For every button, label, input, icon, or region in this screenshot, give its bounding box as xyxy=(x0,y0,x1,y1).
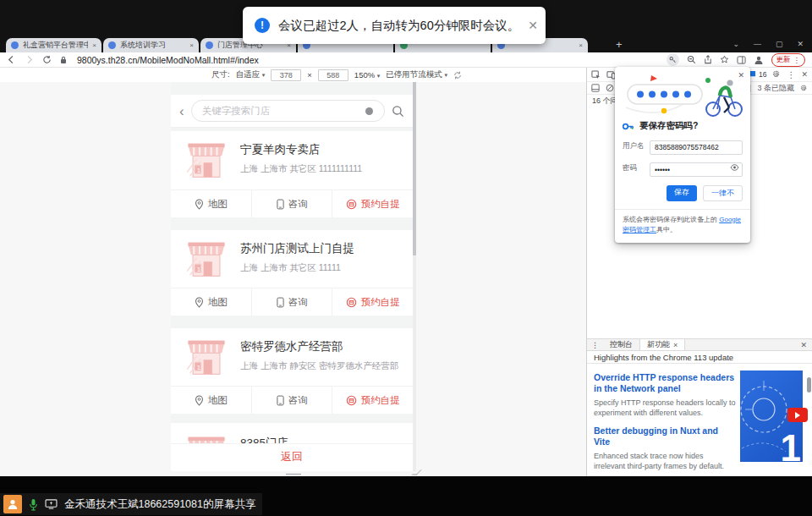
bookmark-star-icon[interactable] xyxy=(720,55,729,64)
tab-label: 系统培训学习 xyxy=(120,40,185,51)
url-text[interactable]: 9800ys.th28.cn/MobileModNoMall.html#/ind… xyxy=(77,55,259,65)
clear-console-icon[interactable] xyxy=(606,84,614,92)
side-panel-icon[interactable] xyxy=(737,56,746,64)
chrome-update-button[interactable]: 更新 ⋮ xyxy=(771,53,806,67)
store-name: 苏州门店测试上门自提 xyxy=(240,241,354,256)
toolbar-right: 更新 ⋮ xyxy=(667,53,806,67)
consult-button[interactable]: 咨询 xyxy=(251,387,332,414)
microphone-icon[interactable] xyxy=(29,498,38,511)
store-address: 上海 上海市 其它区 11111 xyxy=(240,262,341,274)
pickup-icon xyxy=(346,199,357,210)
devtools-more-icon[interactable]: ⋮ xyxy=(787,70,795,80)
toast-close-icon[interactable]: ✕ xyxy=(528,19,538,32)
map-button[interactable]: 地图 xyxy=(171,288,251,316)
zoom-dropdown[interactable]: 150% ▾ xyxy=(354,70,380,80)
devtools-drawer: ⋮ 控制台 新功能 × ✕ Highlights from the Chrome… xyxy=(587,338,812,476)
dimensions-mode-dropdown[interactable]: 自适应 ▾ xyxy=(236,69,266,80)
window-close-icon[interactable]: ✕ xyxy=(797,40,804,48)
whatsnew-header: Highlights from the Chrome 113 update xyxy=(587,351,812,364)
never-button[interactable]: 一律不 xyxy=(703,185,743,201)
tab-close-icon[interactable]: × xyxy=(673,341,678,349)
search-dot-indicator xyxy=(365,107,373,115)
pickup-button[interactable]: 预约自提 xyxy=(332,190,413,217)
store-card[interactable]: 1 宁夏羊肉专卖店 上海 上海市 其它区 1111111111 地图 咨询 预约… xyxy=(171,131,413,217)
dialog-footer-text: 系统会将密码保存到此设备上的 Google 密码管理工具中。 xyxy=(623,215,743,235)
map-button[interactable]: 地图 xyxy=(171,190,251,217)
svg-text:1: 1 xyxy=(197,364,201,371)
svg-text:1: 1 xyxy=(197,167,201,174)
throttle-dropdown[interactable]: 已停用节流模式 ▾ xyxy=(386,69,447,80)
window-controls: ⌄ — ▢ ✕ xyxy=(732,40,804,48)
meeting-toast: ! 会议已超过2人，自动转为60分钟限时会议。 ✕ xyxy=(243,7,546,44)
drawer-more-icon[interactable]: ⋮ xyxy=(587,341,603,349)
map-button[interactable]: 地图 xyxy=(171,387,251,414)
whatsnew-link-2[interactable]: Better debugging in Nuxt and Vite xyxy=(594,425,736,447)
tab-close-icon[interactable]: × xyxy=(189,41,194,49)
lock-icon[interactable] xyxy=(60,56,67,64)
consult-button[interactable]: 咨询 xyxy=(251,190,332,217)
window-minimize-icon[interactable]: — xyxy=(754,40,761,48)
console-settings-icon[interactable] xyxy=(800,85,808,92)
tab-close-icon[interactable]: × xyxy=(579,41,583,49)
viewport-height-input[interactable] xyxy=(318,69,348,81)
console-drawer-icon[interactable] xyxy=(591,84,600,92)
scrollbar-thumb[interactable] xyxy=(413,82,416,255)
new-tab-button[interactable]: + xyxy=(616,39,623,50)
google-key-icon xyxy=(623,123,634,130)
password-field[interactable] xyxy=(650,162,743,177)
store-icon: 1 xyxy=(183,239,230,281)
tab-close-icon[interactable]: × xyxy=(92,41,96,49)
rotate-icon[interactable] xyxy=(453,71,462,80)
window-menu-icon[interactable]: ⌄ xyxy=(732,40,739,48)
show-password-eye-icon[interactable] xyxy=(730,164,739,171)
tab-favicon xyxy=(108,41,116,49)
back-chevron-icon[interactable]: ‹ xyxy=(179,104,184,118)
store-card[interactable]: 1 苏州门店测试上门自提 上海 上海市 其它区 11111 地图 咨询 预约自提 xyxy=(171,230,413,316)
drawer-close-icon[interactable]: ✕ xyxy=(800,341,812,349)
desktop-footer: 金禾通技术王斌18662591081的屏幕共享 xyxy=(0,476,812,516)
hidden-messages-label: 3 条已隐藏 xyxy=(757,83,794,94)
tab-whats-new[interactable]: 新功能 × xyxy=(639,339,685,350)
back-button[interactable]: 返回 xyxy=(171,444,413,469)
inspect-element-icon[interactable] xyxy=(591,70,601,80)
window-maximize-icon[interactable]: ▢ xyxy=(776,40,783,48)
search-icon[interactable] xyxy=(392,105,404,118)
phone-scrollbar[interactable] xyxy=(413,82,416,471)
participant-avatar[interactable] xyxy=(3,495,22,513)
back-icon[interactable] xyxy=(7,55,16,64)
forward-icon[interactable] xyxy=(25,55,34,64)
screen-share-icon[interactable] xyxy=(45,499,58,509)
username-field[interactable] xyxy=(650,140,743,155)
whatsnew-body: Override HTTP response headers in the Ne… xyxy=(587,364,812,475)
viewport-width-input[interactable] xyxy=(271,69,301,81)
devtools-settings-icon[interactable] xyxy=(772,70,781,79)
consult-button[interactable]: 咨询 xyxy=(251,288,332,316)
share-icon[interactable] xyxy=(704,55,712,64)
save-button[interactable]: 保存 xyxy=(667,185,697,201)
tab-console[interactable]: 控制台 xyxy=(603,339,639,350)
phone-icon xyxy=(277,297,284,308)
reload-icon[interactable] xyxy=(42,55,52,64)
zoom-icon[interactable] xyxy=(687,55,696,64)
pickup-button[interactable]: 预约自提 xyxy=(332,387,413,414)
tab-gift-platform[interactable]: 礼盒营销平台管理中心 × xyxy=(6,38,102,52)
pickup-button[interactable]: 预约自提 xyxy=(332,288,413,316)
store-card[interactable]: 1 密特罗德水产经营部 上海 上海市 静安区 密特罗德水产经营部 地图 咨询 预… xyxy=(171,328,413,414)
play-button-icon[interactable] xyxy=(787,408,808,422)
username-row: 用户名 xyxy=(623,138,743,155)
drawer-scrollbar-thumb[interactable] xyxy=(807,377,811,392)
drawer-tabs: ⋮ 控制台 新功能 × ✕ xyxy=(587,338,812,351)
tab-favicon xyxy=(206,41,213,49)
search-header: ‹ 关键字搜索门店 xyxy=(171,95,413,128)
profile-avatar-icon[interactable] xyxy=(754,55,764,65)
tab-training[interactable]: 系统培训学习 × xyxy=(103,38,199,52)
whatsnew-link-1[interactable]: Override HTTP response headers in the Ne… xyxy=(594,372,736,394)
devtools-close-icon[interactable]: ✕ xyxy=(801,70,808,79)
search-input[interactable]: 关键字搜索门店 xyxy=(191,100,385,122)
device-emulation-bar: 尺寸: 自适应 ▾ × 150% ▾ 已停用节流模式 ▾ xyxy=(0,68,586,83)
username-label: 用户名 xyxy=(623,141,645,151)
password-key-icon[interactable] xyxy=(667,53,679,66)
update-label: 更新 xyxy=(776,55,791,65)
times-label: × xyxy=(307,70,312,80)
more-menu-icon: ⋮ xyxy=(793,56,801,64)
